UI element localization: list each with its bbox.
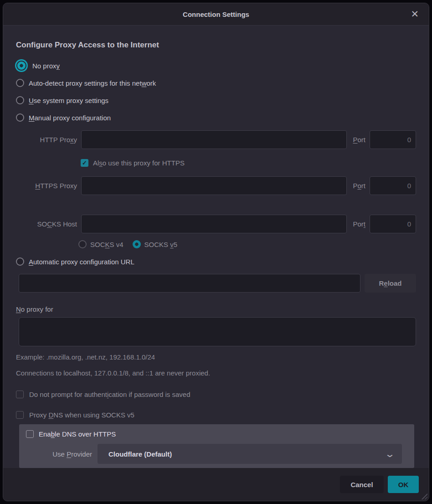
chevron-down-icon: ⌄	[385, 449, 395, 458]
socks-port-label: Port	[351, 220, 365, 228]
no-proxy-for-label-row: No proxy for	[16, 305, 416, 314]
dns-over-https-section: Enable DNS over HTTPS Use Provider Cloud…	[19, 424, 414, 468]
https-proxy-row: HTTPS Proxy Port	[16, 176, 416, 195]
checkbox-also-https[interactable]: ✓	[81, 159, 88, 167]
https-port-input[interactable]	[370, 176, 416, 195]
provider-selected-value: Cloudflare (Default)	[108, 450, 172, 458]
radio-option-socks-v4[interactable]: SOCKS v4	[78, 240, 123, 248]
dialog-title: Connection Settings	[183, 10, 249, 18]
http-port-label: Port	[351, 136, 365, 144]
http-proxy-input[interactable]	[81, 130, 347, 149]
https-port-label: Port	[351, 182, 365, 190]
radio-option-use-system[interactable]: Use system proxy settings	[16, 93, 416, 107]
use-system-label: Use system proxy settings	[29, 97, 108, 104]
close-button[interactable]: ✕	[408, 3, 422, 25]
https-proxy-input[interactable]	[81, 176, 347, 195]
cancel-button[interactable]: Cancel	[340, 476, 384, 493]
check-icon: ✓	[82, 159, 87, 166]
radio-use-system[interactable]	[16, 96, 24, 104]
titlebar: Connection Settings ✕	[3, 3, 429, 26]
close-icon: ✕	[411, 9, 419, 20]
provider-row: Use Provider Cloudflare (Default) ⌄	[26, 444, 402, 464]
radio-option-auto-detect[interactable]: Auto-detect proxy settings for this netw…	[16, 76, 416, 90]
radio-auto-detect[interactable]	[16, 79, 24, 87]
socks-version-row: SOCKS v4 SOCKS v5	[78, 240, 416, 248]
socks-v5-label: SOCKS v5	[144, 241, 178, 248]
socks-v4-label: SOCKS v4	[90, 241, 123, 248]
connection-settings-dialog: Connection Settings ✕ Configure Proxy Ac…	[3, 3, 429, 501]
reload-button[interactable]: Reload	[365, 274, 416, 293]
dialog-footer: Cancel OK	[3, 468, 429, 501]
ok-button[interactable]: OK	[388, 476, 419, 493]
auto-url-input[interactable]	[19, 274, 360, 293]
checkbox-enable-doh[interactable]	[26, 430, 34, 438]
no-proxy-for-textarea[interactable]	[19, 317, 416, 346]
also-https-row[interactable]: ✓ Also use this proxy for HTTPS	[81, 156, 416, 170]
page-title: Configure Proxy Access to the Internet	[16, 41, 416, 50]
socks-port-input[interactable]	[370, 215, 416, 233]
localhost-note-text: Connections to localhost, 127.0.0.1/8, a…	[16, 369, 416, 377]
auto-detect-label: Auto-detect proxy settings for this netw…	[29, 79, 156, 87]
proxy-dns-label: Proxy DNS when using SOCKS v5	[29, 411, 134, 419]
socks-host-row: SOCKS Host Port	[16, 215, 416, 233]
socks-host-label: SOCKS Host	[16, 220, 77, 228]
radio-option-no-proxy[interactable]: No proxy	[16, 59, 416, 72]
radio-auto-url[interactable]	[16, 257, 24, 266]
radio-socks-v5[interactable]	[133, 240, 141, 248]
http-proxy-label: HTTP Proxy	[16, 136, 77, 144]
enable-doh-row[interactable]: Enable DNS over HTTPS	[26, 430, 402, 438]
checkbox-proxy-dns[interactable]	[16, 411, 24, 419]
enable-doh-label: Enable DNS over HTTPS	[39, 430, 116, 438]
proxy-dns-row[interactable]: Proxy DNS when using SOCKS v5	[16, 411, 416, 419]
radio-option-socks-v5[interactable]: SOCKS v5	[133, 240, 178, 248]
no-auth-prompt-row[interactable]: Do not prompt for authentication if pass…	[16, 391, 416, 398]
use-provider-label: Use Provider	[26, 450, 92, 458]
no-proxy-label: No proxy	[32, 62, 60, 70]
http-proxy-row: HTTP Proxy Port	[16, 130, 416, 149]
radio-option-manual[interactable]: Manual proxy configuration	[16, 111, 416, 124]
auto-url-row: Reload	[19, 274, 416, 293]
provider-dropdown[interactable]: Cloudflare (Default) ⌄	[98, 444, 402, 464]
socks-host-input[interactable]	[81, 215, 347, 233]
no-proxy-example-text: Example: .mozilla.org, .net.nz, 192.168.…	[16, 353, 416, 361]
no-proxy-for-label: No proxy for	[16, 305, 53, 313]
no-auth-prompt-label: Do not prompt for authentication if pass…	[29, 391, 190, 398]
radio-socks-v4[interactable]	[78, 240, 87, 248]
also-https-label: Also use this proxy for HTTPS	[93, 159, 185, 167]
resize-grip[interactable]	[421, 493, 427, 499]
http-port-input[interactable]	[370, 130, 416, 149]
radio-no-proxy[interactable]	[17, 62, 26, 70]
dialog-content: Configure Proxy Access to the Internet N…	[3, 26, 429, 468]
manual-label: Manual proxy configuration	[29, 114, 111, 122]
screen: Connection Settings ✕ Configure Proxy Ac…	[0, 0, 432, 504]
radio-option-auto-url[interactable]: Automatic proxy configuration URL	[16, 255, 416, 268]
https-proxy-label: HTTPS Proxy	[16, 182, 77, 190]
auto-url-label: Automatic proxy configuration URL	[29, 258, 134, 266]
checkbox-no-auth-prompt[interactable]	[16, 391, 24, 398]
radio-manual[interactable]	[16, 113, 24, 122]
